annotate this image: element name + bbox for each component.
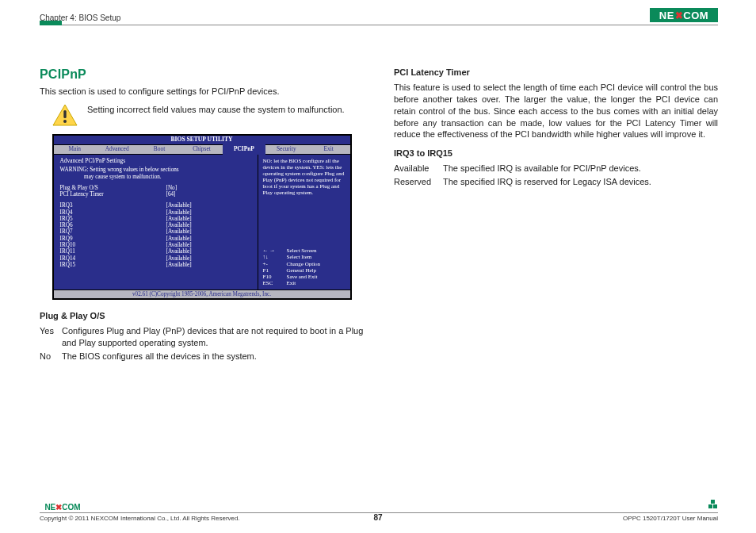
bios-key-row: +-Change Option [263,261,346,267]
header-accent-bar [40,21,62,25]
pp-no-term: No [40,351,62,362]
bios-setting-row: Plug & Play O/S[No] [60,185,251,191]
brand-x-icon: ✖ [674,10,682,21]
bios-irq-row: IRQ11[Available] [60,248,251,255]
bios-tab-bar: Main Advanced Boot Chipset PCIPnP Securi… [54,144,350,155]
bios-setting-row: PCI Latency Timer[64] [60,191,251,197]
footer-brand-logo: NE✖COM [40,502,86,512]
intro-paragraph: This section is used to configure settin… [40,86,364,96]
bios-tab-exit: Exit [307,146,349,153]
warning-icon [52,104,78,126]
bios-tab-main: Main [54,146,96,153]
plug-play-yes-row: Yes Configures Plug and Play (PnP) devic… [40,325,364,349]
bios-irq-row: IRQ7[Available] [60,228,251,235]
pci-latency-heading: PCI Latency Timer [394,67,718,77]
bios-tab-boot: Boot [138,146,180,153]
brand-text-2: COM [683,10,708,21]
bios-key-row: F1General Help [263,267,346,274]
bios-irq-row: IRQ15[Available] [60,262,251,268]
content-area: PCIPnP This section is used to configure… [40,67,718,485]
plug-play-heading: Plug & Play O/S [40,311,364,320]
irq-available-term: Available [394,163,443,174]
pci-latency-body: This feature is used to select the lengt… [394,82,718,140]
section-title-pcipnp: PCIPnP [40,67,364,82]
brand-text-1: NE [659,10,674,21]
bios-tab-chipset: Chipset [181,146,223,153]
bios-irq-row: IRQ14[Available] [60,255,251,262]
bios-irq-row: IRQ4[Available] [60,209,251,216]
svg-point-2 [63,120,67,123]
bios-settings-top: Plug & Play O/S[No]PCI Latency Timer[64] [60,185,251,198]
page-header: Chapter 4: BIOS Setup NE✖COM [40,8,718,25]
bios-key-row: F10Save and Exit [263,274,346,280]
right-column: PCI Latency Timer This feature is used t… [394,67,718,485]
bios-key-legend: ← →Select Screen↑↓Select Item+-Change Op… [263,247,346,286]
bios-tab-pcipnp: PCIPnP [223,144,265,155]
bios-tab-security: Security [265,146,307,153]
bios-settings-irq: IRQ3[Available]IRQ4[Available]IRQ5[Avail… [60,202,251,268]
bios-title: BIOS SETUP UTILITY [54,136,350,144]
bios-screenshot: BIOS SETUP UTILITY Main Advanced Boot Ch… [52,134,352,300]
bios-body: Advanced PCI/PnP Settings WARNING: Setti… [54,155,350,290]
model-text: OPPC 1520T/1720T User Manual [623,515,718,522]
irq-available-row: Available The specified IRQ is available… [394,163,718,174]
irq-range-heading: IRQ3 to IRQ15 [394,148,718,158]
irq-reserved-row: Reserved The specified IRQ is reserved f… [394,176,718,188]
plug-play-no-row: No The BIOS configures all the devices i… [40,351,364,362]
irq-reserved-desc: The specified IRQ is reserved for Legacy… [443,176,718,188]
footer-left: NE✖COM Copyright © 2011 NEXCOM Internati… [40,515,240,522]
decorative-squares-icon [708,500,718,509]
bios-irq-row: IRQ10[Available] [60,242,251,248]
page-number: 87 [373,513,382,522]
bios-right-pane: NO: let the BIOS configure all the devic… [258,155,350,290]
copyright-text: Copyright © 2011 NEXCOM International Co… [40,515,240,522]
bios-key-row: ← →Select Screen [263,247,346,254]
bios-subtitle: Advanced PCI/PnP Settings [60,158,251,165]
brand-logo: NE✖COM [650,8,718,22]
warning-text: Setting incorrect field values may cause… [87,104,345,116]
bios-irq-row: IRQ6[Available] [60,222,251,228]
irq-reserved-term: Reserved [394,176,443,188]
pp-yes-desc: Configures Plug and Play (PnP) devices t… [62,325,364,349]
bios-irq-row: IRQ3[Available] [60,202,251,209]
bios-key-row: ↑↓Select Item [263,254,346,260]
svg-rect-1 [63,110,66,118]
pp-yes-term: Yes [40,325,62,349]
bios-tab-advanced: Advanced [96,146,138,153]
pp-no-desc: The BIOS configures all the devices in t… [62,351,364,362]
bios-help-text: NO: let the BIOS configure all the devic… [263,158,346,196]
bios-warning: WARNING: Setting wrong values in below s… [60,167,251,180]
irq-available-desc: The specified IRQ is available for PCI/P… [443,163,718,174]
bios-key-row: ESCExit [263,280,346,286]
bios-irq-row: IRQ9[Available] [60,236,251,242]
bios-left-pane: Advanced PCI/PnP Settings WARNING: Setti… [54,155,258,290]
warning-block: Setting incorrect field values may cause… [40,104,364,126]
bios-copyright: v02.61 (C)Copyright 1985-2006, American … [54,290,350,298]
left-column: PCIPnP This section is used to configure… [40,67,364,485]
bios-irq-row: IRQ5[Available] [60,216,251,222]
